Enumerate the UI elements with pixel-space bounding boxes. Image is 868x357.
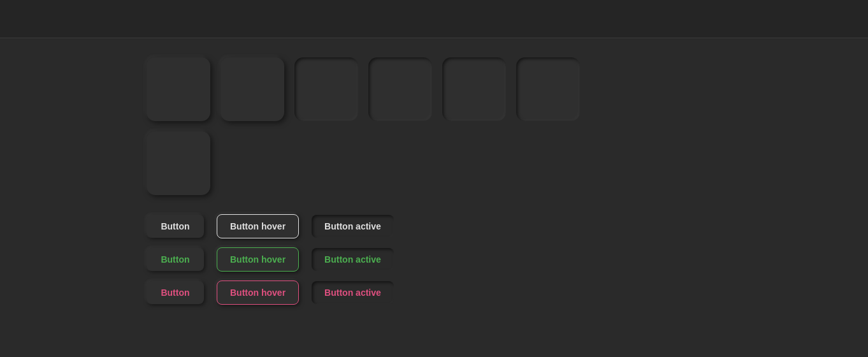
button-hover-white[interactable]: Button hover	[217, 214, 299, 238]
button-row-white: Button Button hover Button active	[147, 214, 721, 238]
button-row-red: Button Button hover Button active	[147, 280, 721, 305]
top-bar	[0, 0, 868, 38]
button-default-green[interactable]: Button	[147, 248, 204, 271]
button-default-red[interactable]: Button	[147, 281, 204, 304]
button-active-white[interactable]: Button active	[312, 215, 394, 238]
main-content: Button Button hover Button active Button…	[0, 38, 868, 333]
button-row-green: Button Button hover Button active	[147, 247, 721, 272]
button-section: Button Button hover Button active Button…	[147, 214, 721, 314]
button-hover-red[interactable]: Button hover	[217, 280, 299, 305]
card-row-2	[147, 131, 721, 195]
button-hover-green[interactable]: Button hover	[217, 247, 299, 272]
card-3	[294, 57, 358, 121]
card-2	[221, 57, 284, 121]
button-default-white[interactable]: Button	[147, 215, 204, 238]
card-7	[147, 131, 210, 195]
button-active-red[interactable]: Button active	[312, 281, 394, 304]
card-4	[368, 57, 432, 121]
button-active-green[interactable]: Button active	[312, 248, 394, 271]
card-5	[442, 57, 506, 121]
card-row-1	[147, 57, 721, 121]
card-1	[147, 57, 210, 121]
card-6	[516, 57, 580, 121]
